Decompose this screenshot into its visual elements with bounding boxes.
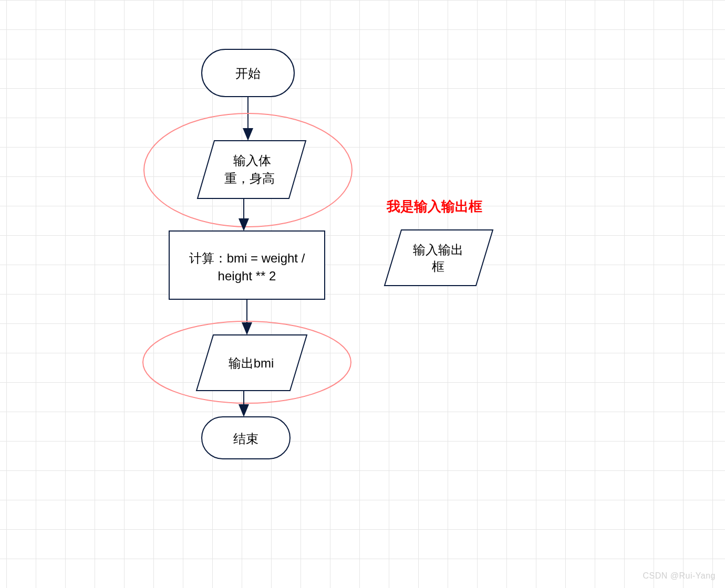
process-line2: height ** 2 [218,269,276,283]
output-label: 输出bmi [229,356,274,370]
end-node: 结束 [202,417,290,459]
input-line1: 输入体 [233,153,271,167]
diagram-canvas: 开始 输入体 重，身高 计算：bmi = weight / height ** … [0,0,725,588]
start-label: 开始 [235,66,261,80]
input-node: 输入体 重，身高 [198,141,306,198]
output-node: 输出bmi [196,335,307,391]
svg-marker-6 [385,230,493,286]
process-line1: 计算：bmi = weight / [189,251,305,265]
legend-label: 我是输入输出框 [386,198,482,214]
legend-io-box: 输入输出 框 [385,230,493,286]
start-node: 开始 [202,49,294,97]
watermark: CSDN @Rui-Yang [643,571,716,581]
process-node: 计算：bmi = weight / height ** 2 [169,231,325,299]
svg-marker-2 [198,141,306,198]
legend-box-line1: 输入输出 [413,243,463,257]
input-line2: 重，身高 [224,171,275,185]
end-label: 结束 [233,432,258,446]
legend-box-line2: 框 [432,259,444,274]
